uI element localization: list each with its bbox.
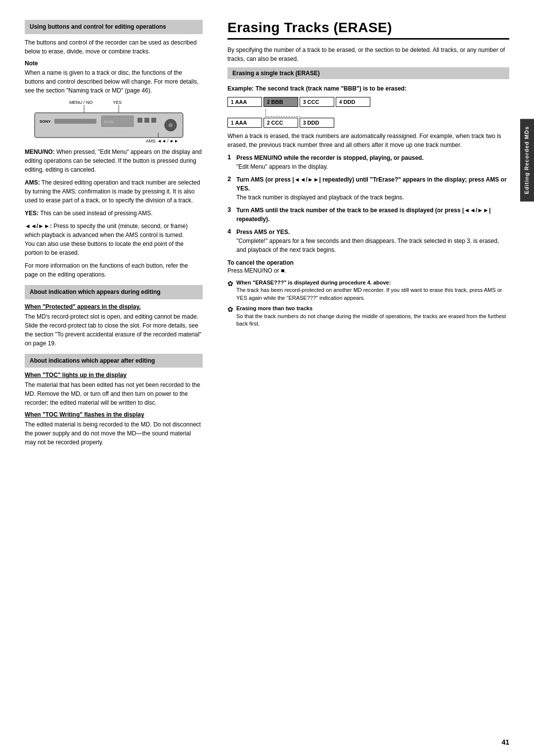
step-3-title: Turn AMS until the track number of the t… — [236, 207, 490, 223]
note-label: Note — [25, 60, 203, 67]
protected-subheading: When "Protected" appears in the display. — [25, 303, 203, 310]
tip-1: ✿ When "ERASE???" is displayed during pr… — [227, 279, 509, 302]
yes-desc: YES: This can be used instead of pressin… — [25, 209, 203, 218]
toc-text: The material that has been edited has no… — [25, 380, 203, 407]
note-text: When a name is given to a track or disc,… — [25, 68, 203, 95]
page-number: 41 — [501, 738, 509, 746]
tip-2-icon: ✿ — [227, 305, 233, 313]
svg-rect-9 — [137, 118, 142, 123]
arrows-term: ◄◄/►►: — [25, 223, 52, 230]
track-cell-1-before: 1 AAA — [227, 97, 262, 107]
svg-point-13 — [169, 123, 173, 127]
tip-2-title: Erasing more than two tracks — [236, 305, 312, 311]
track-cell-4-before: 4 DDD — [336, 97, 370, 107]
section-title-during-editing: About indication which appears during ed… — [30, 288, 198, 296]
svg-rect-10 — [144, 118, 149, 123]
step-1: 1 Press MENU/NO while the recorder is st… — [227, 153, 509, 171]
track-cell-2-after: 2 CCC — [264, 118, 298, 128]
svg-text:00:00: 00:00 — [104, 120, 114, 124]
device-diagram: MENU / NO YES SONY 00:00 — [25, 99, 203, 143]
subsection-title-erase: Erasing a single track (ERASE) — [227, 67, 509, 79]
cancel-text: Press MENU/NO or ■. — [227, 266, 509, 275]
page-title: Erasing Tracks (ERASE) — [227, 20, 509, 40]
example-title: Example: The second track (track name "B… — [227, 84, 509, 93]
steps-container: 1 Press MENU/NO while the recorder is st… — [227, 153, 509, 254]
protected-text: The MD's record-protect slot is open, an… — [25, 312, 203, 348]
svg-text:MENU / NO: MENU / NO — [69, 100, 93, 105]
step-4-detail: "Complete!" appears for a few seconds an… — [236, 237, 499, 253]
track-cell-2-before: 2 BBB — [264, 97, 298, 107]
svg-text:AMS: AMS — [146, 139, 156, 143]
device-diagram-svg: MENU / NO YES SONY 00:00 — [25, 99, 193, 143]
step-2-title: Turn AMS (or press |◄◄/►►| repeatedly) u… — [236, 176, 507, 192]
track-arrow — [265, 109, 509, 117]
step-4-title: Press AMS or YES. — [236, 229, 290, 236]
step-1-detail: "Edit Menu" appears in the display. — [236, 163, 328, 170]
tip-2: ✿ Erasing more than two tracks So that t… — [227, 305, 509, 328]
svg-text:SONY: SONY — [40, 119, 51, 124]
editing-buttons-intro: The buttons and control of the recorder … — [25, 38, 203, 56]
step-2: 2 Turn AMS (or press |◄◄/►►| repeatedly)… — [227, 175, 509, 202]
track-cell-3-after: 3 DDD — [300, 118, 334, 128]
more-info-text: For more information on the functions of… — [25, 261, 203, 279]
step-2-detail: The track number is displayed and playba… — [236, 194, 404, 201]
reassign-text: When a track is erased, the track number… — [227, 132, 509, 149]
svg-rect-11 — [151, 118, 156, 123]
toc-writing-text: The edited material is being recorded to… — [25, 420, 203, 447]
track-cell-1-after: 1 AAA — [227, 118, 262, 128]
toc-subheading: When "TOC" lights up in the display — [25, 372, 203, 378]
tip-1-text: The track has been record-protected on a… — [236, 287, 502, 300]
step-4: 4 Press AMS or YES. "Complete!" appears … — [227, 228, 509, 254]
page-intro: By specifying the number of a track to b… — [227, 46, 509, 63]
tip-1-icon: ✿ — [227, 280, 233, 287]
toc-writing-subheading: When "TOC Writing" flashes in the displa… — [25, 411, 203, 418]
track-cell-3-before: 3 CCC — [300, 97, 334, 107]
section-box-editing-buttons: Using buttons and control for editing op… — [25, 20, 203, 34]
yes-term: YES: — [25, 210, 39, 217]
track-diagram-before: 1 AAA 2 BBB 3 CCC 4 DDD — [227, 97, 509, 128]
ams-term: AMS: — [25, 179, 40, 186]
svg-text:◄◄ / ►►: ◄◄ / ►► — [157, 139, 178, 143]
track-row-after: 1 AAA 2 CCC 3 DDD — [227, 118, 509, 128]
section-title-editing-buttons: Using buttons and control for editing op… — [30, 23, 198, 31]
track-row-before: 1 AAA 2 BBB 3 CCC 4 DDD — [227, 97, 509, 107]
step-1-title: Press MENU/NO while the recorder is stop… — [236, 154, 424, 161]
cancel-section: To cancel the operation Press MENU/NO or… — [227, 259, 509, 275]
step-3: 3 Turn AMS until the track number of the… — [227, 206, 509, 224]
ams-desc: AMS: The desired editing operation and t… — [25, 178, 203, 205]
section-title-after-editing: About indications which appear after edi… — [30, 357, 198, 365]
svg-rect-6 — [54, 119, 96, 124]
menu-no-desc: MENU/NO: When pressed, "Edit Menu" appea… — [25, 147, 203, 174]
tip-1-title: When "ERASE???" is displayed during proc… — [236, 280, 391, 285]
menu-no-term: MENU/NO: — [25, 148, 55, 155]
svg-text:YES: YES — [113, 100, 122, 105]
side-tab: Editing Recorded MDs — [520, 119, 534, 201]
tip-2-text: So that the track numbers do not change … — [236, 313, 506, 327]
section-box-after-editing: About indications which appear after edi… — [25, 354, 203, 368]
cancel-title: To cancel the operation — [227, 259, 509, 266]
arrows-desc: ◄◄/►►: Press to specity the unit (minute… — [25, 222, 203, 257]
section-box-during-editing: About indication which appears during ed… — [25, 285, 203, 299]
